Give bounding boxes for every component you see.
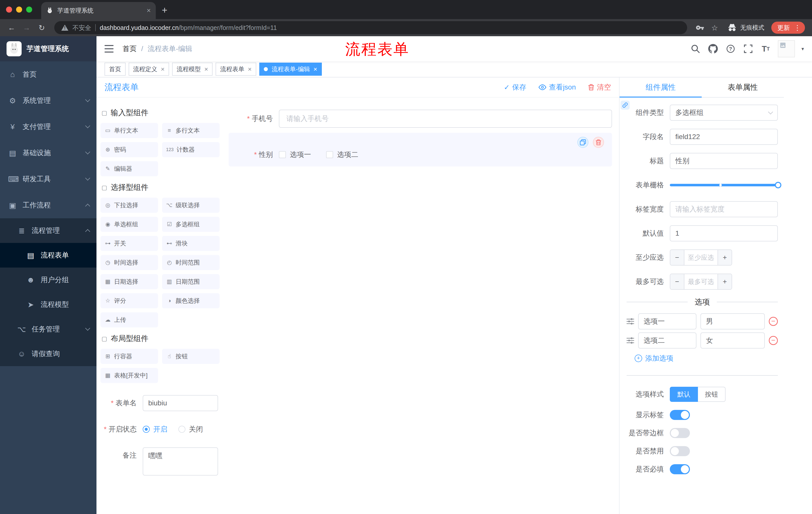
sidebar-item-task-mgmt[interactable]: ⌥ 任务管理	[0, 317, 96, 342]
sidebar-collapse-icon[interactable]	[105, 45, 114, 53]
new-tab-button[interactable]: +	[162, 5, 167, 16]
tag-process-definition[interactable]: 流程定义 ×	[128, 63, 169, 76]
style-default-button[interactable]: 默认	[670, 387, 698, 402]
gender-option1-checkbox[interactable]: 选项一	[279, 150, 311, 159]
tag-process-model[interactable]: 流程模型 ×	[172, 63, 212, 76]
drag-handle-icon[interactable]	[627, 337, 634, 344]
sidebar-item-payment[interactable]: ¥ 支付管理	[0, 114, 96, 140]
add-option-button[interactable]: + 添加选项	[635, 354, 784, 363]
maximize-window-button[interactable]	[26, 6, 32, 12]
link-icon-button[interactable]	[620, 101, 630, 110]
tab-component-props[interactable]: 组件属性	[619, 77, 702, 97]
max-select-input[interactable]	[685, 274, 718, 289]
font-size-icon[interactable]: TT	[760, 43, 771, 54]
palette-item-table[interactable]: ▦表格[开发中]	[100, 368, 158, 383]
sidebar-item-process-form[interactable]: ▤ 流程表单	[0, 243, 96, 268]
form-grid-slider[interactable]	[670, 177, 778, 193]
browser-tab[interactable]: 芋道管理系统 ×	[41, 2, 156, 19]
style-button-button[interactable]: 按钮	[698, 387, 726, 402]
breadcrumb-home[interactable]: 首页	[123, 44, 137, 54]
show-label-toggle[interactable]	[670, 410, 690, 420]
option-label-input[interactable]	[638, 313, 696, 329]
gender-field-widget-selected[interactable]: 性别 选项一 选项二	[229, 133, 612, 166]
palette-item-cascader[interactable]: ⌥级联选择	[162, 198, 220, 213]
palette-item-select[interactable]: ◎下拉选择	[100, 198, 158, 213]
sidebar-item-user-group[interactable]: ☻ 用户分组	[0, 268, 96, 292]
delete-widget-button[interactable]	[593, 137, 604, 148]
status-off-radio[interactable]: 关闭	[178, 425, 203, 434]
palette-item-radio-group[interactable]: ◉单选框组	[100, 217, 158, 232]
fullscreen-icon[interactable]	[743, 43, 754, 54]
slider-handle[interactable]	[775, 182, 781, 188]
sidebar-item-workflow[interactable]: ▣ 工作流程	[0, 192, 96, 218]
form-canvas[interactable]: 手机号	[224, 98, 619, 514]
component-type-value[interactable]	[670, 105, 778, 121]
palette-item-rate[interactable]: ☆评分	[100, 293, 158, 308]
palette-item-button[interactable]: ☝按钮	[162, 349, 220, 364]
palette-item-upload[interactable]: ☁上传	[100, 312, 158, 327]
palette-item-counter[interactable]: 123计数器	[162, 142, 220, 157]
palette-item-time-range[interactable]: ◴时间范围	[162, 255, 220, 270]
tag-close-icon[interactable]: ×	[248, 65, 252, 73]
remove-option-button[interactable]: −	[769, 336, 778, 345]
status-on-radio[interactable]: 开启	[143, 425, 167, 434]
address-bar[interactable]: 不安全 dashboard.yudao.iocoder.cn/bpm/manag…	[54, 21, 687, 34]
tag-process-form-edit[interactable]: 流程表单-编辑 ×	[259, 63, 322, 76]
border-toggle[interactable]	[670, 428, 690, 438]
sidebar-item-infra[interactable]: ▤ 基础设施	[0, 140, 96, 166]
save-button[interactable]: ✓ 保存	[504, 82, 526, 92]
option-value-input[interactable]	[700, 313, 765, 329]
drag-handle-icon[interactable]	[627, 318, 634, 325]
slider-track[interactable]	[670, 184, 778, 186]
avatar-dropdown-caret-icon[interactable]: ▾	[802, 46, 804, 52]
palette-item-slider[interactable]: ⊷滑块	[162, 236, 220, 251]
bookmark-star-icon[interactable]: ☆	[711, 23, 718, 32]
close-window-button[interactable]	[6, 6, 12, 12]
tag-home[interactable]: 首页	[105, 63, 126, 76]
copy-widget-button[interactable]	[577, 137, 588, 148]
form-name-input[interactable]	[143, 395, 218, 411]
avatar[interactable]	[778, 40, 795, 57]
sidebar-item-system[interactable]: ⚙ 系统管理	[0, 87, 96, 114]
min-select-input[interactable]	[685, 250, 718, 265]
tab-form-props[interactable]: 表单属性	[702, 77, 784, 97]
required-toggle[interactable]	[670, 464, 690, 474]
sidebar-item-home[interactable]: ⌂ 首页	[0, 61, 96, 87]
palette-item-checkbox-group[interactable]: ☑多选框组	[162, 217, 220, 232]
palette-item-switch[interactable]: ⊶开关	[100, 236, 158, 251]
palette-item-row-container[interactable]: ⊞行容器	[100, 349, 158, 364]
reload-button[interactable]: ↻	[35, 23, 48, 32]
tag-process-form[interactable]: 流程表单 ×	[215, 63, 256, 76]
clear-button[interactable]: 清空	[588, 82, 611, 92]
tab-close-icon[interactable]: ×	[147, 6, 151, 15]
sidebar-item-process-mgmt[interactable]: ≣ 流程管理	[0, 218, 96, 243]
decrease-button[interactable]: −	[670, 274, 685, 289]
forward-button[interactable]: →	[20, 23, 33, 32]
increase-button[interactable]: +	[718, 274, 732, 289]
label-width-input[interactable]	[670, 201, 778, 217]
help-icon[interactable]: ?	[725, 43, 736, 54]
tag-close-icon[interactable]: ×	[314, 65, 317, 73]
disabled-toggle[interactable]	[670, 446, 690, 456]
browser-menu-icon[interactable]: ⋮	[794, 24, 801, 32]
option-label-input[interactable]	[638, 332, 696, 349]
view-json-button[interactable]: 查看json	[539, 82, 576, 92]
github-icon[interactable]	[707, 43, 719, 54]
component-type-select[interactable]	[670, 105, 778, 121]
palette-item-date-range[interactable]: ▥日期范围	[162, 274, 220, 289]
sidebar-item-process-model[interactable]: ➤ 流程模型	[0, 292, 96, 317]
title-input[interactable]	[670, 153, 778, 169]
phone-field-row[interactable]: 手机号	[229, 110, 612, 128]
minimize-window-button[interactable]	[16, 6, 22, 12]
password-key-icon[interactable]	[696, 23, 704, 32]
palette-item-date-picker[interactable]: ▦日期选择	[100, 274, 158, 289]
default-value-input[interactable]	[670, 225, 778, 241]
palette-item-textarea[interactable]: ≡多行文本	[162, 123, 220, 138]
remove-option-button[interactable]: −	[769, 317, 778, 326]
palette-item-single-text[interactable]: ▭单行文本	[100, 123, 158, 138]
tag-close-icon[interactable]: ×	[161, 65, 165, 73]
palette-item-time-picker[interactable]: ◷时间选择	[100, 255, 158, 270]
increase-button[interactable]: +	[718, 250, 732, 265]
phone-input[interactable]	[279, 110, 612, 128]
gender-option2-checkbox[interactable]: 选项二	[326, 150, 358, 159]
